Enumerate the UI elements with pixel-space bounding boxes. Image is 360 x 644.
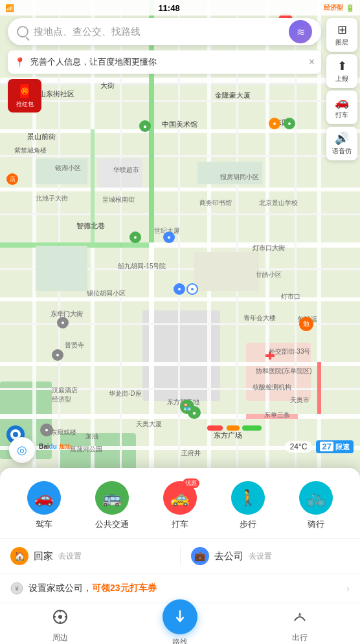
- transit-icon-circle: 🚌: [95, 481, 129, 515]
- speed-type-label: 经济型: [324, 3, 343, 12]
- label-jingji: 经济型: [52, 395, 71, 404]
- label-ganhao: 甘皓小区: [256, 270, 282, 279]
- route-label: 路线: [172, 637, 188, 644]
- label-hesuan: 核酸检测机构: [253, 383, 291, 392]
- red-packet-label: 抢红包: [16, 100, 34, 109]
- report-button[interactable]: ⬆ 上报: [326, 54, 357, 88]
- svg-rect-40: [194, 252, 259, 291]
- poi-green1: ●: [139, 120, 151, 132]
- label-hanting: 汉庭酒店: [52, 386, 78, 395]
- taxi-button[interactable]: 🚗 打车: [326, 91, 357, 124]
- baidu-text: Bai: [39, 443, 49, 450]
- label-jingshan: 景山前街: [27, 132, 56, 142]
- report-label: 上报: [335, 74, 348, 83]
- label-art: 中国美术馆: [162, 120, 197, 129]
- label-dengshikou: 灯市口: [281, 292, 300, 301]
- layers-icon: ⊞: [337, 23, 347, 37]
- info-close-button[interactable]: ×: [309, 56, 315, 68]
- taxi-mode-icon: 🚕: [170, 489, 190, 507]
- label-shangwu: 商务印书馆: [199, 199, 232, 208]
- work-dest-label: 去公司: [214, 550, 243, 563]
- label-baofang: 报房胡同小区: [220, 173, 259, 182]
- nav-mode-transit[interactable]: 🚌 公共交通: [95, 481, 129, 530]
- label-donghuamen: 东华门大街: [51, 310, 83, 319]
- poi-gray1: ●: [57, 317, 69, 328]
- nav-modes: 🚗 驾车 🚌 公共交通 🚕 优惠 打车: [0, 468, 360, 539]
- label-zhide: 智德北巷: [76, 221, 105, 231]
- quick-destinations: 🏠 回家 去设置 💼 去公司 去设置: [0, 539, 360, 574]
- home-icon: 🏠: [10, 547, 28, 565]
- poi-orange2: 勉: [299, 317, 313, 331]
- route-icon: [173, 610, 187, 624]
- route-button[interactable]: [163, 599, 197, 634]
- nav-route[interactable]: 路线: [120, 599, 240, 644]
- voice-search-button[interactable]: ≋: [289, 20, 312, 43]
- road-label-dajie: 大街: [100, 81, 115, 91]
- coupon-highlight: 可领23元打车券: [92, 583, 157, 593]
- speed-limit-badge: 27 限速: [316, 440, 354, 453]
- label-puxian: 普贤寺: [65, 341, 84, 350]
- nav-travel[interactable]: 出行: [240, 604, 360, 643]
- nav-mode-taxi[interactable]: 🚕 优惠 打车: [163, 481, 197, 530]
- coupon-arrow-icon: ›: [346, 583, 350, 594]
- info-banner[interactable]: 📍 完善个人信息，让百度地图更懂你 ×: [8, 50, 321, 74]
- search-bar[interactable]: 搜地点、查公交、找路线 ≋: [8, 18, 321, 45]
- label-jinding: 金隆豪大厦: [215, 91, 251, 100]
- work-icon: 💼: [191, 547, 209, 565]
- my-location-button[interactable]: ◎: [9, 437, 35, 463]
- bottom-panel: 🚗 驾车 🚌 公共交通 🚕 优惠 打车: [0, 468, 360, 603]
- layers-button[interactable]: ⊞ 图层: [326, 18, 357, 52]
- bike-icon-circle: 🚲: [299, 481, 333, 515]
- speed-limit-value: 27: [320, 442, 333, 451]
- voice-button[interactable]: 🔊 语音仿: [326, 127, 357, 160]
- home-dest-action[interactable]: 去设置: [58, 551, 82, 562]
- nav-mode-bike[interactable]: 🚲 骑行: [299, 481, 333, 530]
- status-bar: 📶 11:48 经济型 🔋: [0, 0, 360, 16]
- coupon-banner[interactable]: ¥ 设置家或公司，可领23元打车券 ›: [0, 574, 360, 603]
- label-jiayou: 加油: [85, 432, 98, 441]
- label-tianpao: 天奥市: [290, 396, 309, 405]
- map-info-badges: 24°C 27 限速: [285, 440, 354, 453]
- label-huangcheng: 皇城根南街: [102, 195, 135, 204]
- taxi-mode-label: 打车: [172, 519, 188, 530]
- search-placeholder: 搜地点、查公交、找路线: [34, 26, 284, 38]
- travel-icon-wrap: [287, 604, 313, 630]
- label-shaojiu: 韶九胡同-15号院: [118, 262, 166, 271]
- label-zijin: 紫禁城角楼: [14, 146, 47, 155]
- poi-blue2: ●: [186, 283, 198, 295]
- traffic-green: [242, 425, 262, 431]
- poi-blue1: ●: [174, 283, 185, 295]
- voice-icon: ≋: [297, 26, 305, 38]
- red-packet-icon: 🧧: [17, 83, 33, 99]
- nav-nearby[interactable]: 周边: [0, 604, 120, 643]
- location-pin-icon: 📍: [14, 57, 25, 67]
- voice-btn-icon: 🔊: [335, 131, 349, 145]
- report-icon: ⬆: [337, 59, 347, 73]
- home-dest[interactable]: 🏠 回家 去设置: [10, 547, 170, 565]
- work-dest-action[interactable]: 去设置: [249, 551, 272, 562]
- walk-icon: 🚶: [238, 489, 258, 507]
- svg-marker-54: [298, 612, 301, 616]
- label-puhe: 菖蒲河公园: [70, 445, 102, 454]
- transit-label: 公共交通: [95, 519, 129, 530]
- baidu-du: du: [49, 443, 57, 450]
- walk-label: 步行: [240, 519, 256, 530]
- label-dongfang: 东方广场: [214, 431, 242, 440]
- taxi-label: 打车: [335, 111, 348, 120]
- label-xiehe: 协和医院(东单院区): [256, 367, 312, 376]
- nav-mode-drive[interactable]: 🚗 驾车: [27, 481, 61, 530]
- bike-icon: 🚲: [306, 489, 326, 507]
- svg-rect-34: [317, 362, 321, 414]
- taxi-badge: 优惠: [183, 478, 199, 488]
- work-dest[interactable]: 💼 去公司 去设置: [191, 547, 350, 565]
- nearby-icon-wrap: [47, 604, 73, 630]
- travel-icon: [291, 608, 309, 626]
- poi-green2: ●: [284, 118, 295, 129]
- right-tools: ⊞ 图层 ⬆ 上报 🚗 打车 🔊 语音仿: [326, 18, 357, 160]
- walk-icon-circle: 🚶: [231, 481, 265, 515]
- red-packet-button[interactable]: 🧧 抢红包: [8, 79, 41, 113]
- poi-gray2: ●: [52, 349, 63, 361]
- nearby-label: 周边: [52, 632, 68, 643]
- nav-mode-walk[interactable]: 🚶 步行: [231, 481, 265, 530]
- svg-point-49: [58, 615, 62, 619]
